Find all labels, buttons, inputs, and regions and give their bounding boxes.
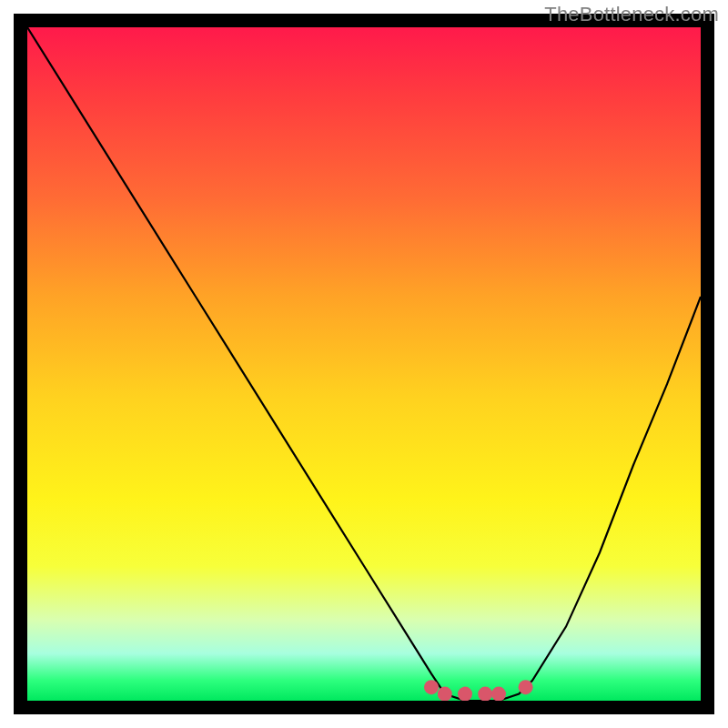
attribution-text: TheBottleneck.com	[544, 3, 719, 26]
plot-background	[27, 27, 701, 701]
